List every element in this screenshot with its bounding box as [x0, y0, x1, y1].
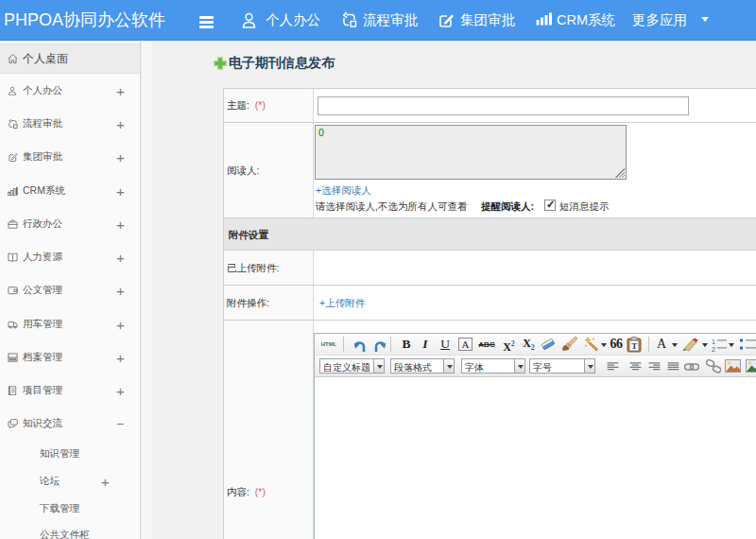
- svg-text:2: 2: [712, 346, 715, 353]
- svg-text:1: 1: [712, 339, 715, 345]
- svg-text:T: T: [631, 341, 637, 351]
